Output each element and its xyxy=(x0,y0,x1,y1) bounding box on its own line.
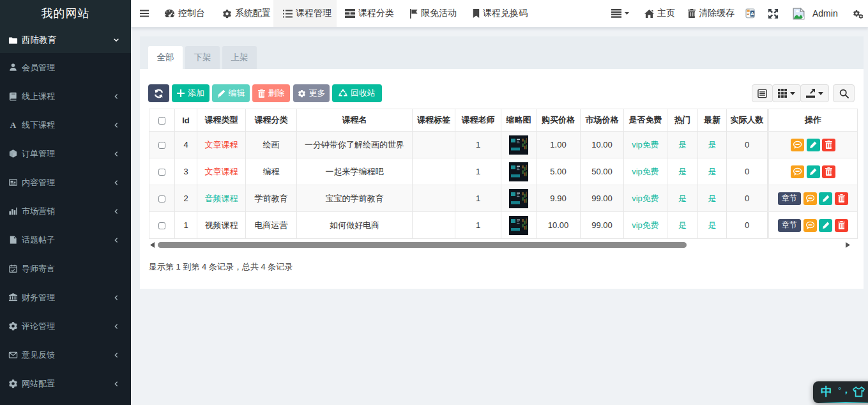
svg-text:A: A xyxy=(750,11,754,17)
svg-text:A: A xyxy=(10,120,17,130)
